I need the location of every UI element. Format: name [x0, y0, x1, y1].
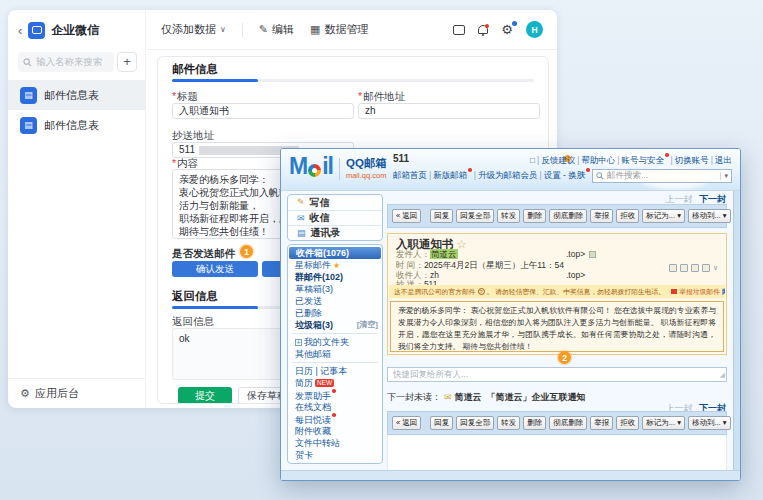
help-circle-icon[interactable]: ?	[478, 288, 485, 295]
move-to-label: 移动到...	[692, 211, 721, 220]
link-logout[interactable]: 退出	[715, 155, 732, 165]
forward-button[interactable]: 转发	[497, 209, 520, 224]
data-manage-label: 数据管理	[324, 22, 368, 37]
new-badge: NEW	[315, 379, 334, 387]
nav-skin[interactable]: 换肤	[568, 170, 585, 180]
link-help[interactable]: 帮助中心	[581, 155, 615, 165]
reject-button[interactable]: 拒收	[616, 416, 639, 431]
folder-junk[interactable]: 垃圾箱(3)[清空]	[288, 319, 382, 331]
add-button[interactable]: +	[117, 52, 137, 72]
contacts-button[interactable]: ▤通讯录	[288, 225, 382, 240]
folder-group-mail[interactable]: 群邮件(102)	[288, 271, 382, 283]
reject-button[interactable]: 拒收	[616, 209, 639, 224]
mail-toolbar-bottom: « 返回 回复 回复全部 转发 删除 彻底删除 举报 拒收 标记为... ▾ 移…	[387, 411, 727, 435]
red-dot-badge	[586, 168, 590, 172]
tool-calendar-notebook[interactable]: 日历 | 记事本	[288, 365, 382, 377]
collapse-icon[interactable]: ∨	[713, 264, 718, 272]
confirm-send-button[interactable]: 确认发送	[172, 261, 258, 277]
tool-greeting-card[interactable]: 贺卡	[288, 449, 382, 461]
receive-button[interactable]: ✉收信	[288, 210, 382, 225]
email-field[interactable]: zh	[358, 103, 540, 119]
reply-button[interactable]: 回复	[430, 416, 453, 431]
display-icon[interactable]	[453, 25, 465, 35]
report-spam-link[interactable]: 举报垃圾邮件	[671, 287, 720, 297]
link-separator: |	[711, 155, 713, 165]
window-icon[interactable]: □	[530, 156, 535, 165]
reply-all-button[interactable]: 回复全部	[456, 209, 494, 224]
mail-search-input[interactable]: 邮件搜索... ▾	[592, 169, 732, 183]
junk-clear-link[interactable]: [清空]	[357, 319, 378, 331]
compose-button[interactable]: ✎写信	[288, 195, 382, 210]
more-icon[interactable]	[702, 264, 710, 272]
move-to-button[interactable]: 移动到... ▾	[688, 416, 731, 431]
reply-all-button[interactable]: 回复全部	[456, 416, 494, 431]
folder-sent[interactable]: 已发送	[288, 295, 382, 307]
link-switch-account[interactable]: 切换账号	[675, 155, 709, 165]
mode-dropdown[interactable]: 仅添加数据 ∨	[161, 22, 226, 37]
sidebar-item-mail-form-1[interactable]: ▤ 邮件信息表	[8, 80, 146, 110]
contacts-icon: ▤	[297, 229, 306, 238]
search-dropdown-icon[interactable]: ▾	[720, 172, 728, 180]
next-unread-row[interactable]: 下一封未读：✉简道云 「简道云」企业互联通知	[387, 391, 586, 404]
forward-button[interactable]: 转发	[497, 416, 520, 431]
scrollbar[interactable]	[733, 191, 740, 470]
logo-qqmail-text: QQ邮箱	[346, 157, 387, 171]
delete-forever-button[interactable]: 彻底删除	[549, 209, 587, 224]
report-button[interactable]: 举报	[590, 416, 613, 431]
prev-mail-link[interactable]: 上一封	[665, 194, 692, 204]
sender-name-highlight[interactable]: 简道云	[430, 249, 458, 259]
move-to-button[interactable]: 移动到... ▾	[688, 209, 731, 224]
forward-icon[interactable]	[669, 264, 677, 272]
submit-button[interactable]: 提交	[178, 387, 232, 404]
folder-drafts[interactable]: 草稿箱(3)	[288, 283, 382, 295]
reply-button[interactable]: 回复	[430, 209, 453, 224]
folder-my-folders[interactable]: +我的文件夹	[288, 336, 382, 348]
mark-as-button[interactable]: 标记为... ▾	[642, 416, 685, 431]
nav-new-version[interactable]: 新版邮箱	[433, 170, 467, 180]
tool-file-transfer[interactable]: 文件中转站	[288, 437, 382, 449]
delete-forever-button[interactable]: 彻底删除	[549, 416, 587, 431]
document-icon[interactable]	[680, 264, 688, 272]
bell-icon[interactable]	[478, 25, 488, 34]
nav-home[interactable]: 邮箱首页	[393, 170, 427, 180]
back-button[interactable]: « 返回	[392, 209, 421, 224]
security-check-link[interactable]: 网站安全云检测	[722, 287, 725, 297]
nav-settings[interactable]: 设置	[544, 170, 561, 180]
avatar[interactable]: H	[526, 21, 543, 38]
back-chevron-icon[interactable]: ‹	[18, 23, 22, 38]
edit-button[interactable]: ✎ 编辑	[259, 22, 294, 37]
sender-badge-icon	[589, 251, 596, 258]
next-mail-link[interactable]: 下一封	[699, 194, 726, 204]
tool-attachments[interactable]: 附件收藏	[288, 425, 382, 437]
tool-invoice[interactable]: 发票助手	[288, 389, 382, 401]
qqmail-logo[interactable]: M il QQ邮箱 mail.qq.com	[289, 153, 387, 181]
desktop: ‹ 企业微信 输入名称来搜索 + ▤ 邮件信息表 ▤ 邮件信息表 ⚙ 应用后台	[0, 0, 763, 500]
folder-starred[interactable]: 星标邮件★	[288, 259, 382, 271]
back-button[interactable]: « 返回	[392, 416, 421, 431]
delete-button[interactable]: 删除	[523, 416, 546, 431]
nav-upgrade[interactable]: 升级为邮箱会员	[478, 170, 538, 180]
settings-gear-icon[interactable]: ⚙	[501, 23, 513, 36]
delete-button[interactable]: 删除	[523, 209, 546, 224]
title-field[interactable]: 入职通知书	[172, 103, 354, 119]
mark-as-button[interactable]: 标记为... ▾	[642, 209, 685, 224]
link-feedback[interactable]: 反馈建议	[541, 155, 575, 165]
folder-other-mail[interactable]: 其他邮箱	[288, 348, 382, 360]
resize-handle-icon[interactable]: ◢	[720, 368, 725, 381]
sidebar-search-input[interactable]: 输入名称来搜索	[18, 52, 114, 72]
app-backend-link[interactable]: ⚙ 应用后台	[8, 378, 145, 408]
expand-icon[interactable]: +	[295, 339, 302, 346]
link-security[interactable]: 账号与安全	[622, 155, 665, 165]
tool-online-docs[interactable]: 在线文档	[288, 401, 382, 413]
star-outline-icon[interactable]: ☆	[457, 238, 467, 250]
tool-resume[interactable]: 简历NEW	[288, 377, 382, 389]
sidebar-item-mail-form-2[interactable]: ▤ 邮件信息表	[8, 110, 146, 140]
folder-inbox[interactable]: 收件箱(1076)	[289, 247, 381, 259]
print-icon[interactable]	[691, 264, 699, 272]
logo-letter-m: M	[289, 153, 307, 181]
folder-deleted[interactable]: 已删除	[288, 307, 382, 319]
tool-daily-read[interactable]: 每日悦读	[288, 413, 382, 425]
quick-reply-input[interactable]: 快捷回复给所有人... ◢	[387, 367, 727, 382]
report-button[interactable]: 举报	[590, 209, 613, 224]
data-manage-button[interactable]: ▦ 数据管理	[310, 22, 368, 37]
